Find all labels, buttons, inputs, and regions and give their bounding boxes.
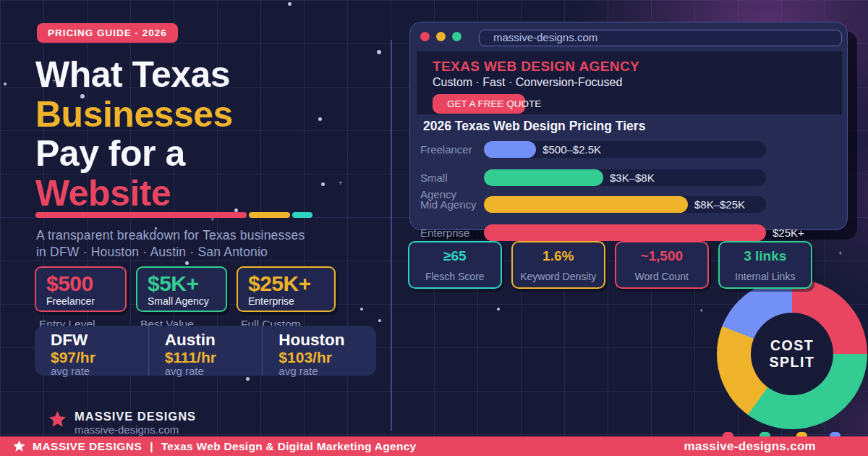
bar [484, 141, 536, 158]
price-value: $25K+ [248, 271, 334, 295]
city-name: Austin [165, 332, 263, 349]
stat-card-keyword-density: 1.6% Keyword Density [511, 241, 605, 289]
rate-cell-austin: Austin $111/hr avg rate [148, 326, 263, 376]
rate-note: avg rate [165, 366, 263, 377]
city-name: DFW [51, 332, 148, 349]
donut-label-line-2: SPLIT [770, 354, 815, 371]
chart-category-label: Enterprise [420, 224, 482, 241]
stat-label: Word Count [616, 271, 707, 282]
divider-line [391, 40, 392, 431]
bar-track: $3K–$8K [484, 169, 766, 186]
stat-value: ~1,500 [616, 248, 707, 264]
browser-window: massive-designs.com TEXAS WEB DESIGN AGE… [409, 22, 848, 230]
page-title: What Texas Businesses Pay for a Website [35, 55, 233, 213]
star-dot [360, 308, 363, 311]
price-card-small-agency: $5K+ Small Agency Best Value [136, 266, 227, 331]
brand-domain: massive-designs.com [75, 424, 196, 436]
city-rate: $97/hr [51, 350, 148, 366]
price-card-freelancer: $500 Freelancer Entry Level [35, 266, 127, 331]
maximize-icon[interactable] [452, 32, 461, 41]
bar [484, 169, 603, 186]
price-value: $5K+ [148, 271, 226, 295]
stat-label: Flesch Score [409, 271, 501, 282]
stat-card-word-count: ~1,500 Word Count [615, 241, 709, 289]
stat-value: ≥65 [409, 248, 501, 264]
star-dot [318, 117, 322, 121]
star-plus: + [339, 180, 342, 187]
star-dot [321, 182, 325, 186]
star-icon [12, 439, 26, 453]
stat-value: 3 links [720, 248, 811, 264]
close-icon[interactable] [420, 32, 430, 41]
star-dot [377, 50, 381, 54]
get-free-quote-button[interactable]: GET A FREE QUOTE [433, 94, 525, 114]
bar-track: $500–$2.5K [484, 141, 766, 158]
underline-yellow [249, 212, 290, 218]
cost-split-donut-chart: COST SPLIT [717, 279, 867, 429]
rate-note: avg rate [51, 366, 148, 377]
seo-stat-cards: ≥65 Flesch Score 1.6% Keyword Density ~1… [408, 241, 812, 289]
city-rate-table: DFW $97/hr avg rate Austin $111/hr avg r… [35, 326, 376, 376]
chart-title: 2026 Texas Web Design Pricing Tiers [423, 119, 645, 134]
chart-category-label: Mid Agency [420, 196, 482, 213]
underline-red [35, 212, 247, 218]
star-dot [497, 308, 500, 311]
subtitle: A transparent breakdown for Texas busine… [36, 227, 305, 260]
url-bar[interactable]: massive-designs.com [479, 30, 842, 46]
brand-logo-block: MASSIVE DESIGNS massive-designs.com [48, 408, 196, 436]
rate-cell-houston: Houston $103/hr avg rate [262, 326, 376, 376]
stat-card-flesch-score: ≥65 Flesch Score [408, 241, 502, 289]
stat-value: 1.6% [513, 248, 604, 264]
hero-title: TEXAS WEB DESIGN AGENCY [433, 60, 842, 72]
star-plus: + [838, 250, 842, 257]
donut-center: COST SPLIT [751, 313, 833, 395]
bar-value-label: $25K+ [773, 224, 804, 241]
star-dot [246, 377, 250, 381]
star-dot [378, 319, 381, 322]
bar-track: $25K+ [484, 224, 766, 241]
chart-category-label: Freelancer [420, 141, 482, 158]
star-dot [288, 2, 292, 6]
subtitle-line-1: A transparent breakdown for Texas busine… [36, 227, 305, 244]
bar [484, 224, 766, 241]
footer-brand: MASSIVE DESIGNS [33, 440, 142, 453]
headline-line-1: What Texas [35, 55, 233, 95]
footer-tagline: Texas Web Design & Digital Marketing Age… [161, 440, 417, 453]
infographic-canvas: + + + + + PRICING GUIDE · 2026 What Texa… [0, 0, 868, 456]
subtitle-line-2: in DFW · Houston · Austin · San Antonio [36, 244, 305, 261]
bar [484, 196, 688, 213]
star-plus: + [699, 308, 703, 314]
bar-value-label: $3K–$8K [610, 169, 655, 186]
price-value: $500 [46, 271, 125, 295]
star-dot [4, 83, 7, 85]
footer-bar: MASSIVE DESIGNS | Texas Web Design & Dig… [0, 436, 868, 456]
stat-card-internal-links: 3 links Internal Links [718, 241, 812, 289]
headline-underline [35, 212, 312, 218]
price-tier-cards: $500 Freelancer Entry Level $5K+ Small A… [35, 266, 336, 331]
footer-domain-link[interactable]: massive-designs.com [684, 439, 816, 454]
city-rate: $111/hr [165, 350, 263, 366]
headline-line-3: Pay for a [35, 134, 233, 174]
price-label: Enterprise [248, 296, 334, 307]
hero-section: TEXAS WEB DESIGN AGENCY Custom · Fast · … [417, 51, 842, 114]
bar-track: $8K–$25K [484, 196, 766, 213]
window-controls [420, 32, 461, 41]
pricing-guide-badge: PRICING GUIDE · 2026 [37, 23, 178, 43]
price-card-enterprise: $25K+ Enterprise Full Custom [237, 266, 336, 331]
minimize-icon[interactable] [436, 32, 446, 41]
footer-separator: | [150, 440, 153, 453]
city-name: Houston [278, 332, 376, 349]
headline-line-4: Website [35, 174, 233, 214]
price-label: Freelancer [46, 296, 125, 307]
star-icon [48, 410, 67, 429]
donut-label-line-1: COST [770, 337, 814, 354]
city-rate: $103/hr [278, 350, 376, 366]
rate-note: avg rate [278, 366, 376, 377]
headline-line-2: Businesses [35, 95, 233, 135]
hero-tagline: Custom · Fast · Conversion-Focused [433, 77, 842, 88]
stat-label: Internal Links [720, 271, 811, 282]
rate-cell-dfw: DFW $97/hr avg rate [35, 326, 148, 376]
brand-name: MASSIVE DESIGNS [75, 410, 196, 423]
bar-value-label: $500–$2.5K [542, 141, 601, 158]
stat-label: Keyword Density [513, 271, 604, 282]
